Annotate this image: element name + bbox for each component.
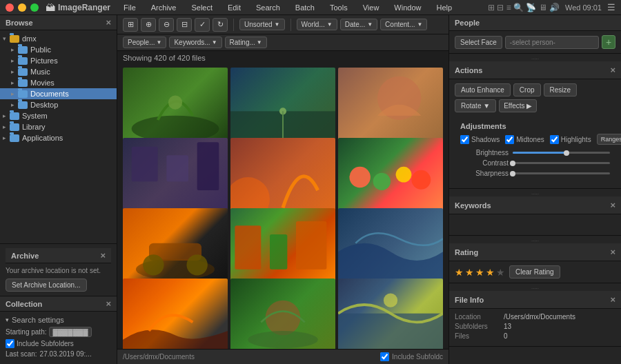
zoom-in-btn[interactable]: ⊕	[141, 18, 156, 32]
shadows-checkbox-label[interactable]: Shadows	[460, 135, 500, 144]
thumbnail-11[interactable]	[230, 279, 335, 349]
highlights-checkbox[interactable]	[550, 135, 559, 144]
sharpness-handle[interactable]	[510, 171, 515, 176]
fileinfo-drag-handle[interactable]: .....	[449, 283, 621, 291]
include-subfolders-checkbox[interactable]	[6, 339, 14, 348]
menu-edit[interactable]: Edit	[226, 3, 243, 12]
window-controls[interactable]	[6, 3, 39, 12]
star-5[interactable]: ★	[496, 267, 505, 278]
thumbnail-3[interactable]	[338, 68, 443, 146]
tree-item-music[interactable]: ▸ Music	[0, 66, 117, 77]
sharpness-slider[interactable]	[513, 172, 610, 174]
star-rating[interactable]: ★ ★ ★ ★ ★	[455, 267, 505, 278]
tree-item-pictures[interactable]: ▸ Pictures	[0, 55, 117, 66]
tree-item-dmx[interactable]: ▾ dmx	[0, 33, 117, 44]
star-4[interactable]: ★	[486, 267, 495, 278]
star-1[interactable]: ★	[455, 267, 464, 278]
archive-label: Archive	[11, 252, 39, 260]
refresh-btn[interactable]: ↻	[213, 18, 228, 32]
menu-tools[interactable]: Tools	[328, 3, 350, 12]
menu-batch[interactable]: Batch	[293, 3, 317, 12]
tree-item-applications[interactable]: ▸ Applications	[0, 132, 117, 143]
sort-btn[interactable]: Unsorted	[239, 19, 285, 30]
menu-archive[interactable]: Archive	[149, 3, 179, 12]
select-face-btn[interactable]: Select Face	[455, 36, 502, 49]
minimize-window-btn[interactable]	[18, 3, 26, 12]
set-archive-btn[interactable]: Set Archive Location...	[6, 279, 87, 292]
world-btn[interactable]: World...	[297, 19, 337, 30]
rotate-btn[interactable]: Rotate ▼	[455, 99, 496, 112]
brightness-slider[interactable]	[513, 152, 610, 154]
collection-panel: Collection × ▾ Search settings Starting …	[0, 296, 117, 364]
zoom-fit-btn[interactable]: ⊟	[177, 18, 192, 32]
thumbnail-6[interactable]	[338, 138, 443, 216]
collection-close-btn[interactable]: ×	[106, 299, 111, 308]
thumbnail-12[interactable]	[338, 279, 443, 349]
actions-close-btn[interactable]: ×	[610, 65, 615, 75]
close-window-btn[interactable]	[6, 3, 14, 12]
contrast-slider[interactable]	[513, 162, 610, 164]
thumbnail-9[interactable]	[338, 208, 443, 287]
thumbnail-2[interactable]	[230, 68, 335, 146]
right-panel: People Select Face -select person- + ...…	[448, 15, 621, 364]
maximize-window-btn[interactable]	[30, 3, 39, 12]
brightness-handle[interactable]	[564, 150, 569, 156]
person-select[interactable]: -select person-	[505, 36, 599, 49]
add-person-btn[interactable]: +	[602, 35, 615, 49]
menu-search[interactable]: Search	[254, 3, 282, 12]
auto-enhance-btn[interactable]: Auto Enhance	[455, 83, 511, 97]
content-btn[interactable]: Content...	[380, 19, 427, 30]
rating-close-btn[interactable]: ×	[610, 247, 615, 257]
menu-view[interactable]: View	[361, 3, 382, 12]
effects-btn[interactable]: Effects ▶	[499, 99, 537, 112]
grid-view-btn[interactable]: ⊞	[123, 18, 138, 32]
thumbnail-4[interactable]	[123, 138, 228, 216]
content-area: ⊞ ⊕ ⊖ ⊟ ✓ ↻ Unsorted World... Date... Co…	[117, 15, 448, 364]
thumbnail-10[interactable]	[123, 279, 228, 349]
tree-item-public[interactable]: ▸ Public	[0, 44, 117, 55]
titlebar: 🏔 ImageRanger File Archive Select Edit S…	[0, 0, 621, 15]
tree-item-library[interactable]: ▸ Library	[0, 121, 117, 132]
contrast-handle[interactable]	[510, 161, 515, 166]
zoom-out-btn[interactable]: ⊖	[159, 18, 174, 32]
archive-close-btn[interactable]: ×	[100, 251, 106, 260]
shadows-checkbox[interactable]	[460, 135, 469, 144]
star-2[interactable]: ★	[465, 267, 474, 278]
clear-rating-btn[interactable]: Clear Rating	[509, 265, 560, 279]
include-subfolders-bottom-checkbox[interactable]	[380, 352, 389, 361]
include-subfolders-checkbox-label[interactable]: Include Subfolders	[6, 339, 111, 348]
tree-item-desktop[interactable]: ▸ Desktop	[0, 99, 117, 110]
crop-btn[interactable]: Crop	[513, 83, 541, 97]
menu-select[interactable]: Select	[189, 3, 215, 12]
rating-filter-btn[interactable]: Rating...	[225, 37, 267, 48]
resize-btn[interactable]: Resize	[544, 83, 578, 97]
star-3[interactable]: ★	[475, 267, 484, 278]
highlights-checkbox-label[interactable]: Highlights	[550, 135, 591, 144]
menu-file[interactable]: File	[121, 3, 138, 12]
thumbnail-5[interactable]	[230, 138, 335, 216]
midtones-checkbox-label[interactable]: Midtones	[505, 135, 544, 144]
thumbnail-8[interactable]	[230, 208, 335, 287]
thumbnail-7[interactable]	[123, 208, 228, 287]
keywords-close-btn[interactable]: ×	[610, 200, 615, 210]
ranges-btn[interactable]: Ranges	[597, 134, 621, 145]
rating-drag-handle[interactable]: .....	[449, 236, 621, 243]
menu-window[interactable]: Window	[392, 3, 423, 12]
check-btn[interactable]: ✓	[195, 18, 210, 32]
midtones-checkbox[interactable]	[505, 135, 514, 144]
keywords-filter-btn[interactable]: Keywords...	[169, 37, 221, 48]
menu-help[interactable]: Help	[434, 3, 454, 12]
date-btn[interactable]: Date...	[340, 19, 377, 30]
tree-item-system[interactable]: ▸ System	[0, 110, 117, 121]
starting-path-value[interactable]: ▓▓▓▓▓▓▓	[49, 327, 91, 337]
people-filter-btn[interactable]: People...	[123, 37, 166, 48]
tree-item-documents[interactable]: ▸ Documents	[0, 88, 117, 99]
browse-close-btn[interactable]: ×	[106, 18, 111, 27]
archive-panel: Archive × Your archive location is not s…	[0, 243, 117, 296]
actions-drag-handle[interactable]: .....	[449, 54, 621, 61]
search-settings-toggle[interactable]: ▾ Search settings	[6, 316, 111, 324]
tree-item-movies[interactable]: ▸ Movies	[0, 77, 117, 88]
keywords-drag-handle[interactable]: .....	[449, 189, 621, 196]
thumbnail-1[interactable]	[123, 68, 228, 146]
fileinfo-close-btn[interactable]: ×	[610, 294, 615, 305]
